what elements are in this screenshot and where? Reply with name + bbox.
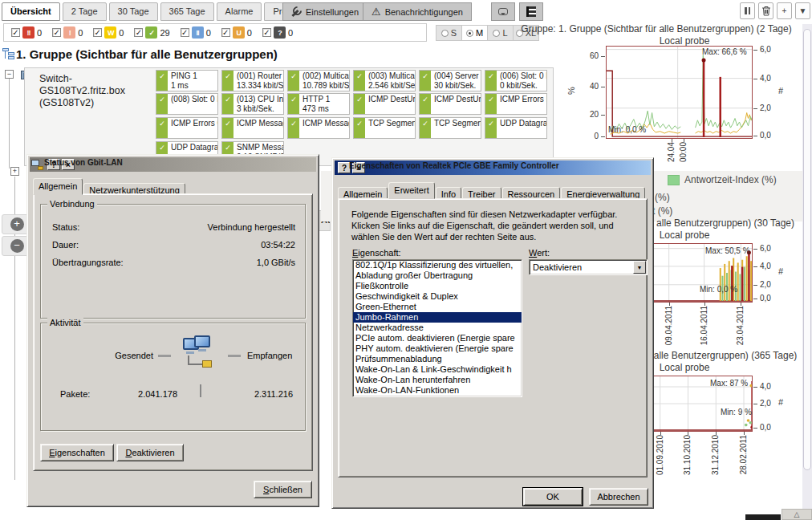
sensor-tile[interactable]: ✓(006) Slot: 0 P0 kbit/Sek. xyxy=(485,70,547,91)
property-item[interactable]: Geschwindigkeit & Duplex xyxy=(353,291,522,302)
network-status-icon xyxy=(31,159,43,170)
property-item[interactable]: Wake-On-Lan herunterfahren xyxy=(353,375,522,385)
axis-tick-label: 60 xyxy=(583,51,599,60)
property-item[interactable]: Fließkontrolle xyxy=(353,281,522,291)
filter-down-acknowledged[interactable]: ✓!0 xyxy=(52,26,83,39)
axis-tick xyxy=(601,136,605,137)
more-button[interactable]: ▼ xyxy=(795,2,810,19)
device-panel[interactable]: Switch-GS108Tv2.fritz.box (GS108Tv2) ✓PI… xyxy=(24,67,554,166)
settings-button[interactable]: Einstellungen xyxy=(282,2,367,21)
sensor-tile[interactable]: ✓TCP Segment xyxy=(419,117,481,139)
status-tab-allgemein[interactable]: Allgemein xyxy=(33,178,83,195)
dialog-titlebar[interactable]: Eigenschaften von Realtek PCIe GBE Famil… xyxy=(335,160,651,175)
deactivate-button-label: Deaktivieren xyxy=(125,448,174,457)
tab-alarme[interactable]: Alarme xyxy=(217,2,262,21)
checkbox-icon[interactable]: ✓ xyxy=(181,28,189,37)
size-option-s[interactable]: S xyxy=(436,25,462,41)
dialog-titlebar[interactable]: Status von Gbit-LAN ? × xyxy=(30,157,316,172)
checkbox-icon[interactable]: ✓ xyxy=(11,28,20,37)
sensor-tile[interactable]: ✓(004) Server30 kbit/Sek. xyxy=(419,70,481,91)
sensor-tile[interactable]: ✓ICMP Messag xyxy=(287,117,350,139)
filter-up[interactable]: ✓✓29 xyxy=(134,26,169,39)
sensor-tile[interactable]: ✓(001) Router13.334 kbit/Se xyxy=(221,70,284,91)
wrench-icon xyxy=(291,6,302,17)
property-item[interactable]: PCIe autom. deaktivieren (Energie spare xyxy=(353,333,522,343)
add-button[interactable]: + xyxy=(777,2,792,19)
sensor-tile[interactable]: ✓(013) CPU Int3 kbit/Sek. xyxy=(221,93,284,115)
scroll-up-button[interactable]: △ xyxy=(782,509,812,520)
filter-unusual[interactable]: ✓U0 xyxy=(221,26,252,39)
chevron-down-icon[interactable]: ▼ xyxy=(633,261,646,274)
sensor-tile[interactable]: ✓ICMP Errors I xyxy=(485,93,547,115)
tab-page: Folgende Eigenschaften sind für diesen N… xyxy=(338,198,648,477)
property-item[interactable]: 802.1Q/1p Klassifizierung des virtuellen… xyxy=(353,260,522,270)
checkbox-icon[interactable]: ✓ xyxy=(93,28,102,37)
notifications-button[interactable]: ⚠ Benachrichtigungen xyxy=(363,2,472,21)
deactivate-button[interactable]: Deaktivieren xyxy=(116,444,184,461)
checkbox-icon[interactable]: ✓ xyxy=(52,28,61,37)
sensor-label: (003) Multicast2.546 kbit/Sek xyxy=(367,71,415,91)
comments-button[interactable] xyxy=(491,2,515,21)
value-dropdown[interactable]: Deaktivieren ▼ xyxy=(529,259,648,275)
divider xyxy=(158,355,171,357)
filter-unknown[interactable]: ✓?0 xyxy=(262,26,293,39)
property-item[interactable]: Jumbo-Rahmen xyxy=(353,312,522,323)
horizontal-scrollbar-segment[interactable] xyxy=(745,514,781,520)
ok-button[interactable]: OK xyxy=(523,488,583,506)
sensor-tile[interactable]: ✓HTTP 1473 ms xyxy=(287,93,350,115)
tab-übersicht[interactable]: Übersicht xyxy=(2,2,60,21)
sensor-name: UDP Datagran xyxy=(171,143,216,152)
property-item[interactable]: PHY autom. deaktivieren (Energie spare xyxy=(353,343,522,354)
sensor-label: (008) Slot: 0 P xyxy=(169,94,217,105)
vertical-scrollbar[interactable] xyxy=(802,24,812,520)
sensor-tile[interactable]: ✓ICMP Errors C xyxy=(156,117,218,139)
expand-expander-icon[interactable]: + xyxy=(10,167,19,176)
property-label: Eigenschaft: xyxy=(352,248,401,258)
sensor-tile[interactable]: ✓(002) Multicast10.789 kbit/Se xyxy=(287,70,350,91)
main-tab-bar: Übersicht2 Tage30 Tage365 TageAlarmeProt… xyxy=(2,2,316,21)
dropdown-value: Deaktivieren xyxy=(530,262,633,272)
axis-tick-label: 6,0 xyxy=(760,244,771,253)
close-dialog-button[interactable]: Schließen xyxy=(254,481,312,498)
tab-30-tage[interactable]: 30 Tage xyxy=(109,2,158,21)
sensor-tile[interactable]: ✓TCP Segment xyxy=(353,117,416,139)
sensor-tile[interactable]: ✓(008) Slot: 0 P xyxy=(156,93,218,115)
collapse-expander-icon[interactable]: − xyxy=(5,70,14,79)
property-listbox[interactable]: 802.1Q/1p Klassifizierung des virtuellen… xyxy=(352,259,522,397)
sensor-name: TCP Segment xyxy=(434,119,479,128)
sensor-tile[interactable]: ✓ICMP Messag xyxy=(221,117,284,139)
chart-title: Gruppe: 1. Gruppe (Sichtbar für alle Ben… xyxy=(496,23,812,35)
tab-365-tage[interactable]: 365 Tage xyxy=(160,2,214,21)
device-name[interactable]: Switch-GS108Tv2.fritz.box (GS108Tv2) xyxy=(39,73,148,109)
checkbox-icon[interactable]: ✓ xyxy=(262,28,271,37)
size-option-m[interactable]: M xyxy=(461,25,488,41)
filter-down[interactable]: ✓!!0 xyxy=(11,26,42,39)
sensor-tile[interactable]: ✓ICMP DestUni xyxy=(419,93,481,115)
cancel-button[interactable]: Abbrechen xyxy=(589,488,648,506)
property-item[interactable]: Abladung großer Übertragung xyxy=(353,270,522,281)
sensor-tile[interactable]: ✓UDP Datagran xyxy=(485,117,547,139)
x-axis-label: 23.04.2011 xyxy=(736,306,745,354)
filter-warning[interactable]: ✓W0 xyxy=(93,26,124,39)
sensor-tile[interactable]: ✓ICMP DestUni xyxy=(353,93,416,115)
properties-tab-erweitert[interactable]: Erweitert xyxy=(388,182,434,199)
filter-paused[interactable]: ✓II0 xyxy=(181,26,211,39)
sensor-tile[interactable]: ✓(003) Multicast2.546 kbit/Sek xyxy=(353,70,416,91)
scrollbar-thumb[interactable] xyxy=(803,29,811,470)
property-item[interactable]: Wake-On-LAN-Funktionen xyxy=(353,385,522,396)
properties-button[interactable]: Eigenschaften xyxy=(40,444,114,461)
checkbox-icon[interactable]: ✓ xyxy=(134,28,143,37)
delete-button[interactable] xyxy=(758,2,773,19)
report-button[interactable] xyxy=(519,2,543,21)
checkbox-icon[interactable]: ✓ xyxy=(221,28,230,37)
property-item[interactable]: Green-Ethernet xyxy=(353,302,522,312)
property-item[interactable]: Wake-On-Lan & Link-Geschwindigkeit h xyxy=(353,364,522,375)
property-item[interactable]: Prüfsummenabladung xyxy=(353,354,522,364)
property-item[interactable]: Netzwerkadresse xyxy=(353,323,522,333)
axis-tick-label: 0,0 xyxy=(760,131,771,140)
sensor-count: 0 xyxy=(37,28,42,38)
sensor-tile[interactable]: ✓PING 11 ms xyxy=(156,70,218,91)
axis-tick-label: 20 xyxy=(583,110,599,119)
pause-button[interactable] xyxy=(740,2,755,19)
tab-2-tage[interactable]: 2 Tage xyxy=(63,2,107,21)
